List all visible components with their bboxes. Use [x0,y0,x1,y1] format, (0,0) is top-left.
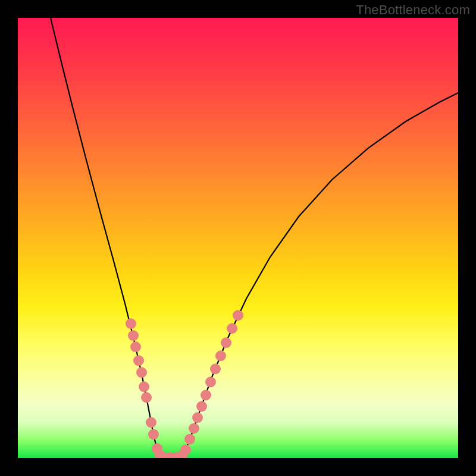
curve-dot [136,367,147,378]
curve-dot [126,318,136,329]
chart-container: TheBottleneck.com [0,0,476,476]
plot-area [18,18,458,458]
curve-dot [233,310,243,321]
curve-dot [130,342,141,352]
curve-dot [221,337,231,348]
curve-dots-group [126,310,243,458]
bottleneck-curve-layer [18,18,458,458]
curve-dot [196,401,207,412]
curve-dot [133,355,144,366]
curve-dot [227,323,237,334]
curve-dot [146,417,156,428]
curve-dot [192,412,203,423]
curve-dot [180,444,191,455]
curve-dot [201,390,211,400]
curve-dot [128,330,139,341]
curve-dot [210,364,221,374]
curve-dot [205,377,216,387]
curve-dot [189,423,199,434]
curve-dot [141,392,152,403]
watermark-text: TheBottleneck.com [356,2,470,18]
curve-dot [139,381,149,392]
curve-dot [215,350,226,361]
bottleneck-curve [51,18,458,458]
curve-dot [184,434,195,444]
curve-dot [148,429,159,440]
